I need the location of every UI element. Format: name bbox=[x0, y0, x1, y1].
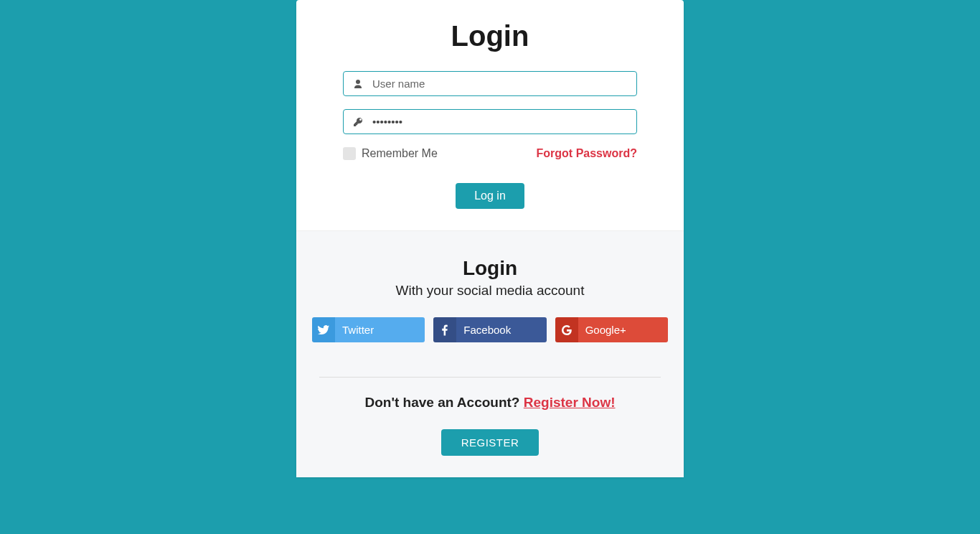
divider bbox=[319, 377, 661, 378]
remember-me-checkbox[interactable] bbox=[343, 147, 356, 160]
page-title: Login bbox=[321, 20, 659, 52]
login-form-section: Login Remember Me Forgot Password? bbox=[296, 0, 684, 230]
social-section: Login With your social media account Twi… bbox=[296, 230, 684, 477]
register-prompt-text: Don't have an Account? bbox=[364, 395, 523, 410]
register-button[interactable]: REGISTER bbox=[441, 429, 540, 456]
social-title: Login bbox=[312, 257, 668, 280]
facebook-label: Facebook bbox=[456, 317, 546, 342]
facebook-login-button[interactable]: Facebook bbox=[433, 317, 546, 342]
google-icon bbox=[555, 317, 578, 342]
login-button[interactable]: Log in bbox=[456, 183, 524, 209]
google-label: Google+ bbox=[578, 317, 668, 342]
user-icon bbox=[352, 78, 364, 90]
social-buttons-row: Twitter Facebook Google+ bbox=[312, 317, 668, 342]
facebook-icon bbox=[433, 317, 456, 342]
username-input[interactable] bbox=[372, 78, 628, 90]
twitter-icon bbox=[312, 317, 335, 342]
login-card: Login Remember Me Forgot Password? bbox=[296, 0, 684, 477]
key-icon bbox=[352, 116, 364, 128]
register-now-link[interactable]: Register Now! bbox=[524, 395, 616, 410]
remember-me-label[interactable]: Remember Me bbox=[343, 147, 438, 160]
password-field-wrap[interactable] bbox=[343, 109, 637, 134]
twitter-login-button[interactable]: Twitter bbox=[312, 317, 425, 342]
password-input[interactable] bbox=[372, 116, 628, 128]
google-login-button[interactable]: Google+ bbox=[555, 317, 668, 342]
login-form: Remember Me Forgot Password? Log in bbox=[321, 71, 659, 209]
register-prompt: Don't have an Account? Register Now! bbox=[312, 395, 668, 411]
twitter-label: Twitter bbox=[335, 317, 425, 342]
username-field-wrap[interactable] bbox=[343, 71, 637, 96]
forgot-password-link[interactable]: Forgot Password? bbox=[537, 147, 637, 160]
social-subtitle: With your social media account bbox=[312, 283, 668, 299]
form-options-row: Remember Me Forgot Password? bbox=[343, 147, 637, 160]
remember-me-text: Remember Me bbox=[362, 147, 438, 160]
